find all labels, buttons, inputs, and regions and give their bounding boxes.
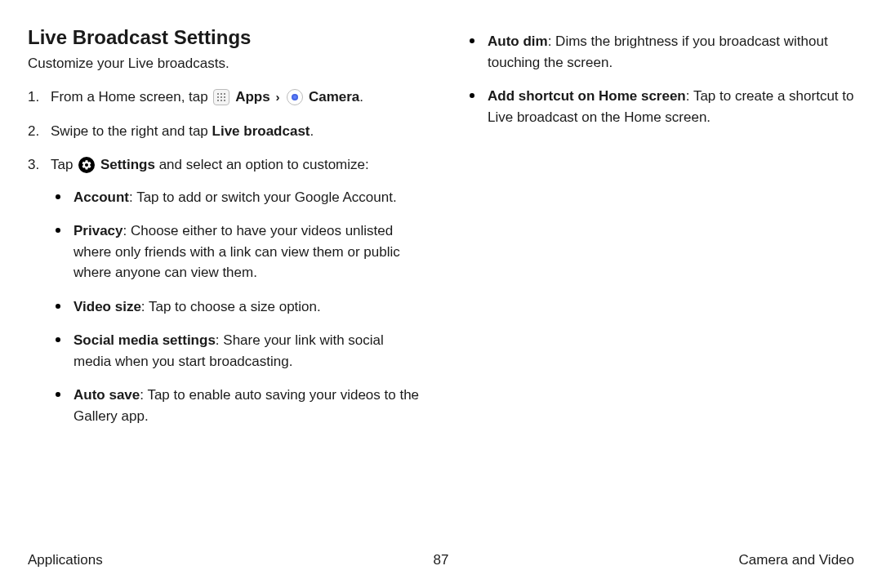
option-add-shortcut: Add shortcut on Home screen: Tap to crea… [461, 86, 854, 127]
gear-icon [78, 157, 95, 173]
option-label: Video size [74, 299, 141, 314]
option-label: Account [74, 189, 129, 205]
step-3: Tap Settings and select an option to cus… [28, 154, 421, 426]
step-2: Swipe to the right and tap Live broadcas… [28, 121, 421, 142]
apps-icon [213, 89, 229, 105]
step-2-end: . [310, 123, 314, 139]
camera-icon [287, 89, 303, 105]
step-1-camera-label: Camera [309, 89, 359, 105]
step-2-bold: Live broadcast [212, 123, 310, 139]
step-3-text-a: Tap [51, 157, 77, 172]
intro-text: Customize your Live broadcasts. [28, 56, 421, 72]
option-social-media: Social media settings: Share your link w… [51, 330, 421, 372]
footer-right: Camera and Video [739, 552, 854, 568]
option-privacy: Privacy: Choose either to have your vide… [51, 220, 421, 283]
option-text: : Tap to add or switch your Google Accou… [129, 189, 397, 205]
options-list-left: Account: Tap to add or switch your Googl… [51, 187, 421, 427]
option-label: Auto save [74, 387, 140, 403]
option-label: Auto dim [488, 33, 548, 49]
step-3-text-b: and select an option to customize: [155, 157, 369, 172]
footer-left: Applications [28, 552, 103, 568]
option-video-size: Video size: Tap to choose a size option. [51, 296, 421, 318]
chevron-right-icon: › [275, 90, 279, 104]
step-1-apps-label: Apps [235, 89, 270, 105]
step-2-text-a: Swipe to the right and tap [51, 123, 212, 139]
page-title: Live Broadcast Settings [28, 26, 421, 49]
option-text: : Tap to choose a size option. [141, 299, 321, 314]
option-auto-dim: Auto dim: Dims the brightness if you bro… [461, 31, 854, 73]
step-1-text-a: From a Home screen, tap [51, 89, 212, 105]
option-text: : Choose either to have your videos unli… [74, 223, 400, 280]
option-label: Social media settings [74, 332, 216, 348]
page-footer: Applications 87 Camera and Video [28, 552, 854, 568]
page-number: 87 [434, 552, 449, 568]
option-account: Account: Tap to add or switch your Googl… [51, 187, 421, 208]
step-3-settings-label: Settings [100, 157, 155, 172]
option-auto-save: Auto save: Tap to enable auto saving you… [51, 385, 421, 426]
step-1-end: . [359, 89, 363, 105]
steps-list: From a Home screen, tap Apps › Camera. S… [28, 87, 421, 426]
option-label: Add shortcut on Home screen [488, 88, 686, 104]
options-list-right: Auto dim: Dims the brightness if you bro… [461, 31, 854, 127]
step-1: From a Home screen, tap Apps › Camera. [28, 87, 421, 108]
option-label: Privacy [74, 223, 123, 238]
